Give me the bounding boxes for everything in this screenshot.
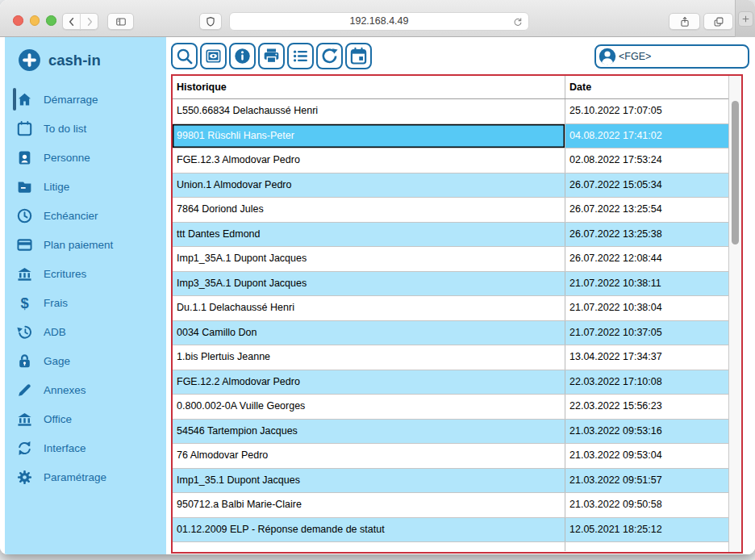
cell-date[interactable]: 26.07.2022 13:25:54 xyxy=(565,198,728,222)
cell-historique[interactable]: L550.66834 Delachaussé Henri xyxy=(173,99,565,123)
cell-date[interactable]: 13.04.2022 17:34:37 xyxy=(565,345,728,370)
cell-date[interactable]: 21.03.2022 09:51:57 xyxy=(565,469,728,493)
cell-date[interactable]: 21.03.2022 09:50:58 xyxy=(565,493,728,517)
refresh-button[interactable] xyxy=(316,43,343,69)
sidebar-item-personne[interactable]: Personne xyxy=(5,143,166,172)
share-icon xyxy=(679,16,690,27)
table-row[interactable]: 54546 Tartempion Jacques 21.03.2022 09:5… xyxy=(173,420,741,445)
privacy-shield-button[interactable] xyxy=(199,13,222,30)
cell-historique[interactable]: 950712.a Balbi Marie-Claire xyxy=(173,493,565,517)
sidebar-item-frais[interactable]: $ Frais xyxy=(5,288,166,317)
table-row[interactable]: 99801 Rüschli Hans-Peter 04.08.2022 17:4… xyxy=(173,124,741,149)
cell-historique[interactable]: FGE.12.3 Almodovar Pedro xyxy=(173,148,565,173)
sidebar-item-annexes[interactable]: Annexes xyxy=(5,375,166,404)
cell-historique[interactable]: ttt Dantes Edmond xyxy=(173,223,565,247)
cell-date[interactable]: 21.07.2022 10:37:05 xyxy=(565,321,728,345)
cell-date[interactable]: 02.08.2022 17:53:24 xyxy=(565,148,728,173)
cell-historique[interactable]: 0.800.002-0A Vuille Georges xyxy=(173,395,565,419)
sidebar-item-litige[interactable]: Litige xyxy=(5,172,166,201)
minimize-window-button[interactable] xyxy=(30,15,40,26)
sidebar-item-adb[interactable]: ADB xyxy=(5,317,166,346)
cell-historique[interactable]: Du.1.1 Delachaussé Henri xyxy=(173,296,565,320)
cell-historique[interactable]: 76 Almodovar Pedro xyxy=(173,444,565,468)
cell-historique[interactable]: Imp3_35A.1 Dupont Jacques xyxy=(173,272,565,296)
cell-historique[interactable] xyxy=(173,542,565,551)
sidebar-item-to-do-list[interactable]: To do list xyxy=(5,114,166,143)
table-row[interactable]: 0034 Camillo Don 21.07.2022 10:37:05 xyxy=(173,321,741,346)
cell-historique[interactable]: 0034 Camillo Don xyxy=(173,321,565,345)
sidebar-item-d-marrage[interactable]: Démarrage xyxy=(5,85,166,114)
share-button[interactable] xyxy=(669,13,700,30)
cell-historique[interactable]: Imp1_35.1 Dupont Jacques xyxy=(173,469,565,493)
scrollbar-thumb[interactable] xyxy=(732,101,739,244)
cell-date[interactable]: 26.07.2022 13:25:38 xyxy=(565,223,728,247)
cell-date[interactable]: 12.05.2021 18:25:12 xyxy=(565,518,728,542)
column-header-historique[interactable]: Historique xyxy=(173,76,565,98)
table-row[interactable]: 76 Almodovar Pedro 21.03.2022 09:53:04 xyxy=(173,444,741,469)
search-button[interactable] xyxy=(171,43,198,69)
table-row[interactable]: 1.bis Plertuis Jeanne 13.04.2022 17:34:3… xyxy=(173,345,741,370)
sidebar-item-label: To do list xyxy=(44,123,86,135)
reload-icon[interactable] xyxy=(512,16,523,27)
sidebar-item-gage[interactable]: Gage xyxy=(5,346,166,375)
table-row[interactable]: Du.1.1 Delachaussé Henri 21.07.2022 10:3… xyxy=(173,296,741,321)
cell-date[interactable]: 04.08.2022 17:41:02 xyxy=(565,124,728,148)
list-button[interactable] xyxy=(287,43,314,69)
cell-historique[interactable]: 7864 Doriond Jules xyxy=(173,198,565,222)
cell-historique[interactable]: Union.1 Almodovar Pedro xyxy=(173,173,565,198)
cell-date[interactable]: 21.07.2022 10:38:04 xyxy=(565,296,728,320)
table-row[interactable]: Imp1_35.1 Dupont Jacques 21.03.2022 09:5… xyxy=(173,469,741,494)
forward-button[interactable] xyxy=(80,13,98,30)
cell-date[interactable]: 21.07.2022 10:38:11 xyxy=(565,272,728,296)
table-row[interactable]: Imp3_35A.1 Dupont Jacques 21.07.2022 10:… xyxy=(173,272,741,297)
table-row[interactable]: 0.800.002-0A Vuille Georges 22.03.2022 1… xyxy=(173,395,741,420)
cell-historique[interactable]: 99801 Rüschli Hans-Peter xyxy=(173,124,565,148)
table-row[interactable] xyxy=(173,542,741,551)
tab-overview-button[interactable] xyxy=(703,13,733,30)
close-window-button[interactable] xyxy=(13,15,23,26)
cell-historique[interactable]: Imp1_35A.1 Dupont Jacques xyxy=(173,247,565,271)
address-bar[interactable]: 192.168.4.49 xyxy=(229,12,529,31)
cell-historique[interactable]: 1.bis Plertuis Jeanne xyxy=(173,345,565,370)
print-button[interactable] xyxy=(258,43,285,69)
table-scrollbar[interactable] xyxy=(728,76,741,552)
cell-date[interactable]: 26.07.2022 12:08:44 xyxy=(565,247,728,271)
info-button[interactable] xyxy=(229,43,256,69)
cell-date[interactable]: 25.10.2022 17:07:05 xyxy=(565,99,728,123)
view-button[interactable] xyxy=(200,43,227,69)
cell-date[interactable]: 21.03.2022 09:53:16 xyxy=(565,420,728,444)
printer-icon xyxy=(262,47,281,65)
new-tab-button[interactable] xyxy=(738,11,753,27)
sidebar-item-office[interactable]: Office xyxy=(5,404,166,433)
table-row[interactable]: ttt Dantes Edmond 26.07.2022 13:25:38 xyxy=(173,223,741,248)
cell-historique[interactable]: 54546 Tartempion Jacques xyxy=(173,420,565,444)
table-row[interactable]: 01.12.2009 ELP - Réponse demande de stat… xyxy=(173,518,741,543)
user-badge[interactable]: <FGE> xyxy=(594,44,749,69)
cell-historique[interactable]: 01.12.2009 ELP - Réponse demande de stat… xyxy=(173,518,565,542)
sidebar-item-interface[interactable]: Interface xyxy=(5,433,166,462)
table-row[interactable]: L550.66834 Delachaussé Henri 25.10.2022 … xyxy=(173,99,741,124)
table-row[interactable]: Union.1 Almodovar Pedro 26.07.2022 15:05… xyxy=(173,173,741,199)
column-header-date[interactable]: Date xyxy=(565,76,728,98)
cell-date[interactable]: 22.03.2022 15:56:23 xyxy=(565,395,728,419)
sidebar-item-ech-ancier[interactable]: Echéancier xyxy=(5,201,166,230)
table-row[interactable]: Imp1_35A.1 Dupont Jacques 26.07.2022 12:… xyxy=(173,247,741,272)
cell-date[interactable]: 21.03.2022 09:53:04 xyxy=(565,444,728,468)
table-row[interactable]: FGE.12.2 Almodovar Pedro 22.03.2022 17:1… xyxy=(173,370,741,395)
cell-date[interactable]: 22.03.2022 17:10:08 xyxy=(565,370,728,395)
sidebar-item-plan-paiement[interactable]: Plan paiement xyxy=(5,230,166,259)
cell-date[interactable] xyxy=(565,542,728,551)
cell-date[interactable]: 26.07.2022 15:05:34 xyxy=(565,173,728,198)
sidebar-item-param-trage[interactable]: Paramétrage xyxy=(5,462,166,491)
cell-historique[interactable]: FGE.12.2 Almodovar Pedro xyxy=(173,370,565,395)
calendar-button[interactable] xyxy=(345,43,372,69)
sidebar-item-label: Démarrage xyxy=(44,94,98,106)
back-button[interactable] xyxy=(62,13,81,30)
sidebar-item-ecritures[interactable]: Ecritures xyxy=(5,259,166,288)
sidebar-item-label: Office xyxy=(44,413,72,425)
table-row[interactable]: 7864 Doriond Jules 26.07.2022 13:25:54 xyxy=(173,198,741,223)
table-row[interactable]: 950712.a Balbi Marie-Claire 21.03.2022 0… xyxy=(173,493,741,518)
table-row[interactable]: FGE.12.3 Almodovar Pedro 02.08.2022 17:5… xyxy=(173,148,741,173)
zoom-window-button[interactable] xyxy=(46,15,56,26)
sidebar-toggle-button[interactable] xyxy=(107,13,134,30)
